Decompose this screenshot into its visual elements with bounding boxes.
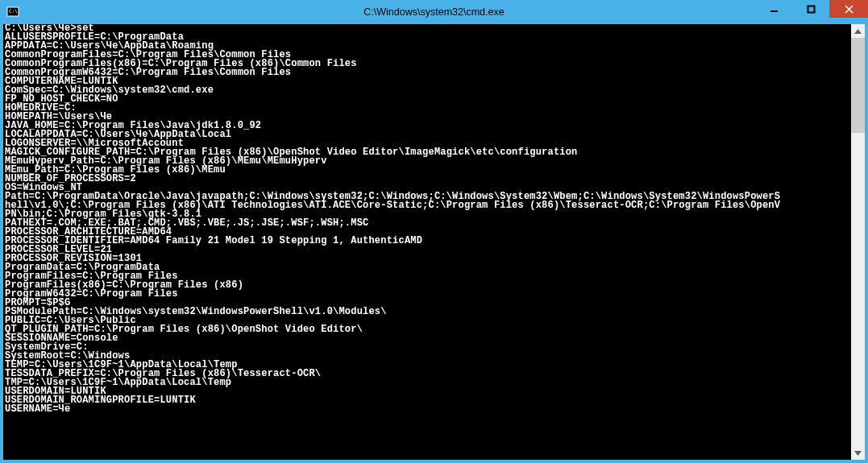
console-line: SESSIONNAME=Console <box>5 334 849 343</box>
scrollbar-track[interactable] <box>851 38 865 446</box>
scroll-up-button[interactable] <box>851 24 865 38</box>
maximize-button[interactable] <box>792 0 829 18</box>
scroll-down-button[interactable] <box>851 446 865 460</box>
console-line: PROCESSOR_IDENTIFIER=AMD64 Family 21 Mod… <box>5 237 849 246</box>
svg-marker-7 <box>854 451 862 456</box>
console-line: HOMEDRIVE=C: <box>5 104 849 113</box>
window-title: C:\Windows\system32\cmd.exe <box>0 6 868 18</box>
console-line: CommonProgramW6432=C:\Program Files\Comm… <box>5 68 849 77</box>
console-output[interactable]: C:\Users\Че>setALLUSERSPROFILE=C:\Progra… <box>3 24 851 460</box>
console-line: ComSpec=C:\Windows\system32\cmd.exe <box>5 86 849 95</box>
scrollbar-thumb[interactable] <box>851 38 865 133</box>
console-line: QT_PLUGIN_PATH=C:\Program Files (x86)\Op… <box>5 325 849 334</box>
svg-marker-6 <box>854 29 862 34</box>
minimize-button[interactable] <box>755 0 792 18</box>
console-line: SystemDrive=C: <box>5 343 849 352</box>
console-line: NUMBER_OF_PROCESSORS=2 <box>5 175 849 184</box>
console-line: USERDOMAIN_ROAMINGPROFILE=LUNTIK <box>5 396 849 405</box>
console-line: TMP=C:\Users\1C9F~1\AppData\Local\Temp <box>5 378 849 387</box>
svg-text:C:\: C:\ <box>9 8 18 14</box>
console-line: ProgramW6432=C:\Program Files <box>5 290 849 299</box>
app-icon[interactable]: C:\ <box>6 6 19 19</box>
console-line: USERNAME=Че <box>5 405 849 414</box>
client-area: C:\Users\Че>setALLUSERSPROFILE=C:\Progra… <box>0 24 868 463</box>
svg-rect-3 <box>808 6 814 12</box>
titlebar[interactable]: C:\ C:\Windows\system32\cmd.exe <box>0 0 868 24</box>
close-button[interactable] <box>829 0 868 18</box>
window-controls <box>755 0 868 24</box>
console-line: FP_NO_HOST_CHECK=NO <box>5 95 849 104</box>
vertical-scrollbar[interactable] <box>851 24 865 460</box>
